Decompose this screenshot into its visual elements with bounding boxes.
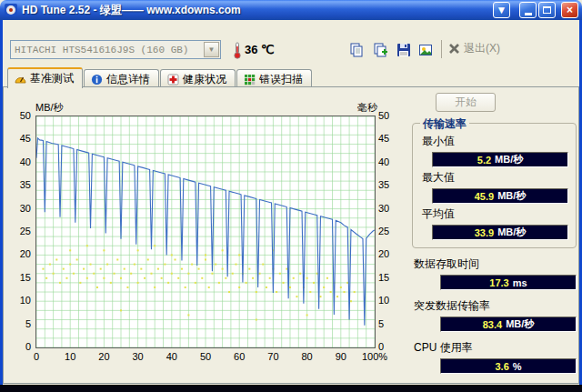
min-unit: MB/秒 [495,153,523,166]
y-axis-right: 50454035302520151050 [376,116,402,347]
copy-image-icon [373,43,387,57]
benchmark-panel: MB/秒 毫秒 50454035302520151050 50454035302… [3,86,579,384]
x-axis-tick: 40 [166,351,177,362]
y-axis-tick: 25 [20,226,31,236]
health-cross-icon [167,74,179,85]
x-axis: 0102030405060708090100% [36,351,376,364]
min-value-box: 5.2 MB/秒 [432,152,568,167]
max-label: 最大值 [422,170,568,186]
max-value-box: 45.9 MB/秒 [432,188,568,204]
y-axis-left: 50454035302520151050 [7,116,33,347]
y-axis-tick: 35 [378,179,389,190]
cpu-usage-block: CPU 使用率 3.6 % [412,340,577,374]
avg-value-box: 33.9 MB/秒 [432,225,568,240]
x-axis-tick: 50 [200,351,211,362]
maximize-icon [543,6,551,14]
benchmark-icon [15,73,26,85]
burst-rate-block: 突发数据传输率 83.4 MB/秒 [412,298,577,332]
tab-error-scan[interactable]: 错误扫描 [236,69,312,88]
access-time-value: 17.3 [489,277,508,288]
toolbar: HITACHI HTS541616J9S (160 GB) ▼ 36 ℃ [3,20,579,67]
min-label: 最小值 [422,134,568,149]
tab-health-label: 健康状况 [183,72,226,87]
thermometer-icon [232,42,243,59]
x-axis-tick: 0 [34,351,39,362]
max-unit: MB/秒 [497,189,526,203]
y-axis-tick: 20 [20,248,31,259]
access-time-unit: ms [513,277,527,288]
max-value: 45.9 [475,191,494,202]
drive-selector[interactable]: HITACHI HTS541616J9S (160 GB) ▼ [10,40,221,59]
access-time-block: 数据存取时间 17.3 ms [412,256,577,290]
chevron-down-icon[interactable]: ▼ [204,42,219,57]
transfer-rate-group-title: 传输速率 [420,116,469,132]
avg-unit: MB/秒 [497,226,526,239]
y-axis-tick: 50 [20,110,31,121]
y-axis-tick: 30 [378,203,389,214]
y-axis-tick: 35 [20,179,31,190]
right-axis-label: 毫秒 [357,101,377,115]
access-time-label: 数据存取时间 [414,256,577,272]
start-button[interactable]: 开始 [436,93,496,112]
copy-icon [349,43,364,57]
x-axis-tick: 70 [267,351,278,362]
tab-health[interactable]: 健康状况 [160,69,236,88]
cpu-usage-value: 3.6 [495,361,508,372]
y-axis-tick: 40 [378,156,389,167]
hdtune-window: HD Tune 2.52 - 绿盟—— www.xdowns.com ▼ × H… [0,0,582,392]
access-time-value-box: 17.3 ms [440,275,577,290]
exit-button[interactable]: 退出(X) [448,41,500,56]
x-axis-tick: 60 [234,351,245,362]
y-axis-tick: 15 [20,272,31,283]
stats-panel: 开始 传输速率 最小值 5.2 MB/秒 最大值 45.9 MB/秒 平均值 3… [412,93,577,374]
avg-value: 33.9 [475,227,494,238]
copy-image-button[interactable] [368,38,392,62]
save-button[interactable] [392,38,416,62]
tab-benchmark[interactable]: 基准测试 [7,67,83,88]
burst-rate-label: 突发数据传输率 [414,298,577,314]
y-axis-tick: 5 [25,318,31,329]
x-axis-tick: 80 [301,351,312,362]
y-axis-tick: 20 [378,248,389,259]
title-bar: HD Tune 2.52 - 绿盟—— www.xdowns.com ▼ × [0,0,582,20]
y-axis-tick: 45 [20,133,31,144]
benchmark-plot [35,116,376,348]
y-axis-tick: 15 [378,272,389,283]
x-axis-tick: 90 [336,351,346,362]
tab-benchmark-label: 基准测试 [30,71,74,86]
exit-label: 退出(X) [464,41,500,56]
error-scan-icon [244,74,256,85]
y-axis-tick: 50 [378,110,389,121]
tab-info[interactable]: 信息详情 [84,69,159,88]
x-axis-tick: 10 [65,351,75,362]
burst-rate-value-box: 83.4 MB/秒 [440,317,577,332]
y-axis-tick: 10 [378,295,389,306]
burst-rate-value: 83.4 [483,319,502,330]
y-axis-tick: 25 [378,226,389,236]
y-axis-tick: 10 [20,295,31,306]
app-icon [4,3,18,17]
y-axis-tick: 5 [378,318,384,329]
minimize-icon [525,13,532,15]
y-axis-tick: 30 [20,203,31,214]
cpu-usage-value-box: 3.6 % [440,358,577,374]
avg-label: 平均值 [422,206,568,222]
info-icon [91,74,103,85]
cpu-usage-label: CPU 使用率 [414,340,577,356]
maximize-button[interactable] [538,2,556,18]
y-axis-tick: 0 [25,341,31,352]
y-axis-tick: 45 [378,133,389,144]
minimize-button[interactable] [519,2,537,18]
tab-error-scan-label: 错误扫描 [259,72,303,87]
x-axis-tick: 100% [362,351,387,362]
copy-button[interactable] [345,38,368,62]
burst-rate-unit: MB/秒 [506,317,534,331]
left-axis-label: MB/秒 [35,101,64,115]
benchmark-plot-svg [36,116,375,347]
cpu-usage-unit: % [513,361,522,372]
temperature-value: 36 ℃ [245,43,275,56]
close-button[interactable]: × [561,2,578,18]
save-image-button[interactable] [414,38,437,62]
down-arrow-button[interactable]: ▼ [493,2,510,18]
transfer-rate-group: 传输速率 最小值 5.2 MB/秒 最大值 45.9 MB/秒 平均值 33.9… [412,123,577,248]
